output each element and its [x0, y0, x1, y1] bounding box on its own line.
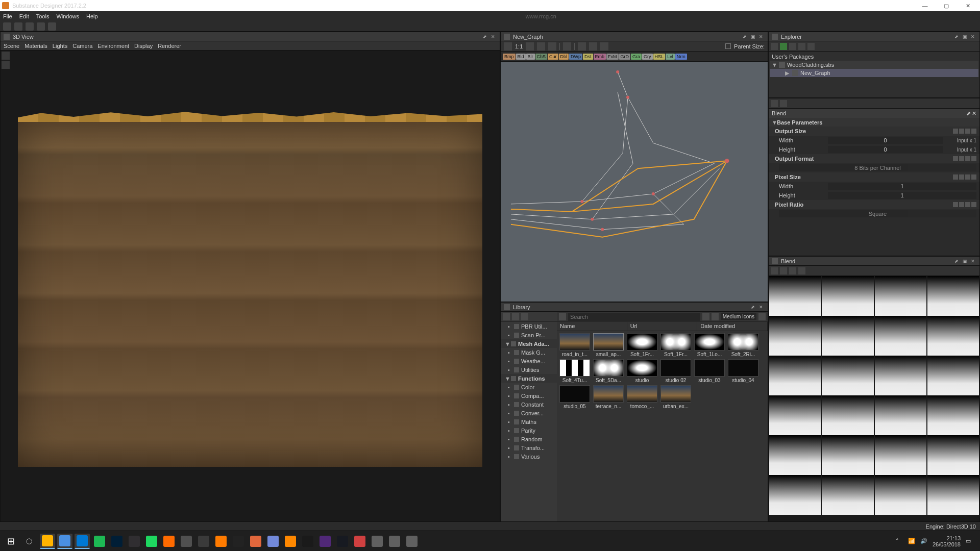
taskbar-app-app1[interactable]	[352, 534, 368, 549]
libtree-item[interactable]: ▪Color	[501, 383, 557, 391]
pill-chs[interactable]: ChS	[535, 54, 548, 60]
star-icon[interactable]	[712, 313, 719, 320]
play-icon[interactable]	[780, 43, 787, 50]
libtree-item[interactable]: ▪Maths	[501, 417, 557, 426]
library-item[interactable]: terrace_n...	[593, 385, 624, 409]
float-icon[interactable]: ⬈	[481, 33, 488, 40]
library-item[interactable]: road_in_t...	[559, 333, 591, 357]
library-item[interactable]: studio 02	[660, 359, 692, 383]
export-icon[interactable]	[48, 22, 56, 31]
snap-icon[interactable]	[537, 42, 545, 51]
minimize-button[interactable]: —	[915, 1, 935, 11]
flow-icon[interactable]	[589, 42, 597, 51]
library-item[interactable]: Soft_4Tu...	[559, 359, 591, 383]
timer-icon[interactable]	[578, 42, 586, 51]
height-slider[interactable]: 0	[828, 146, 943, 153]
pill-blr[interactable]: Blr	[526, 54, 535, 60]
libtree-item[interactable]: ▪Compa...	[501, 391, 557, 400]
tray-notif-icon[interactable]: ▭	[966, 538, 973, 545]
pill-bld[interactable]: Bld	[516, 54, 526, 60]
library-item[interactable]: Soft_2Ri...	[727, 333, 759, 357]
width-slider[interactable]: 0	[828, 137, 943, 144]
tree-btn-1[interactable]	[503, 313, 510, 320]
tray-up-icon[interactable]: ˄	[896, 538, 903, 545]
libtree-item[interactable]: ▪Mask G...	[501, 348, 557, 357]
sub-environment[interactable]: Environment	[97, 43, 129, 49]
taskbar-app-app2[interactable]	[370, 534, 385, 549]
taskbar-app-moon[interactable]	[179, 534, 194, 549]
pill-fxm[interactable]: FxM	[606, 54, 619, 60]
panel-close-icon[interactable]: ✕	[969, 33, 976, 40]
pv-btn-4[interactable]	[798, 267, 805, 274]
libtree-item[interactable]: ▪Parity	[501, 426, 557, 435]
gear-icon[interactable]	[600, 42, 608, 51]
libtree-item[interactable]: ▼Functions	[501, 374, 557, 383]
view-mode-dropdown[interactable]: Medium Icons	[721, 313, 756, 320]
2d-viewport[interactable]	[769, 276, 979, 525]
props-section-base[interactable]: ▼Base Parameters	[769, 118, 979, 127]
link-icon[interactable]	[789, 43, 796, 50]
taskbar-app-app4[interactable]	[404, 534, 420, 549]
taskbar-app-spot[interactable]	[127, 534, 142, 549]
props-pin-icon[interactable]	[771, 100, 778, 107]
tree-btn-2[interactable]	[512, 313, 519, 320]
library-item[interactable]: studio_04	[727, 359, 759, 383]
library-item[interactable]: studio_03	[694, 359, 725, 383]
open-icon[interactable]	[14, 22, 22, 31]
menu-windows[interactable]: Windows	[56, 13, 79, 19]
taskbar-app-m[interactable]	[75, 534, 90, 549]
pv-btn-3[interactable]	[789, 267, 796, 274]
taskbar-app-rec[interactable]	[300, 534, 315, 549]
libtree-item[interactable]: ▪Constant	[501, 400, 557, 409]
ps-width-slider[interactable]: 1	[828, 183, 976, 190]
library-item[interactable]: Soft_5Da...	[593, 359, 624, 383]
pill-dbl[interactable]: Dbl	[559, 54, 569, 60]
panel-close-icon[interactable]: ✕	[757, 33, 765, 40]
float-icon[interactable]: ⬈	[749, 304, 756, 311]
menu-edit[interactable]: Edit	[19, 13, 29, 19]
library-item[interactable]: studio	[626, 359, 658, 383]
taskbar-app-obs[interactable]	[109, 534, 125, 549]
taskbar-app-vlc[interactable]	[265, 534, 281, 549]
float-icon[interactable]: ⬈	[953, 258, 960, 265]
library-item[interactable]: urban_ex...	[660, 385, 692, 409]
ratio-dropdown[interactable]: Square	[779, 210, 976, 217]
taskbar-app-discord[interactable]	[248, 534, 263, 549]
format-dropdown[interactable]: 8 Bits per Channel	[779, 164, 976, 171]
sub-display[interactable]: Display	[134, 43, 153, 49]
sub-scene[interactable]: Scene	[4, 43, 19, 49]
taskbar-clock[interactable]: 21:13 26/05/2018	[933, 535, 961, 547]
graph-zoom-ratio[interactable]: 1:1	[515, 43, 523, 49]
libtree-item[interactable]: ▼Mesh Ada...	[501, 339, 557, 348]
pill-bmp[interactable]: Bmp	[503, 54, 516, 60]
search-icon[interactable]: ◯	[21, 534, 37, 549]
taskbar-app-ps[interactable]	[92, 534, 107, 549]
library-search-input[interactable]	[568, 313, 700, 321]
dock-icon[interactable]: ▣	[961, 258, 968, 265]
taskbar-app-cortana[interactable]	[40, 534, 55, 549]
new-icon[interactable]	[3, 22, 11, 31]
taskbar-app-disc[interactable]	[283, 534, 298, 549]
libtree-item[interactable]: ▪Scan Pr...	[501, 331, 557, 339]
start-button[interactable]: ⊞	[3, 534, 18, 549]
taskbar-app-blender[interactable]	[196, 534, 211, 549]
libtree-item[interactable]: ▪Weathe...	[501, 357, 557, 365]
taskbar-app-folder[interactable]	[57, 534, 72, 549]
parent-size-checkbox[interactable]	[725, 43, 731, 49]
align-icon[interactable]	[526, 42, 534, 51]
taskbar-app-unity[interactable]	[213, 534, 229, 549]
tree-btn-3[interactable]	[521, 313, 528, 320]
pill-grd[interactable]: GrD	[619, 54, 631, 60]
col-name[interactable]: Name	[557, 322, 627, 331]
sub-renderer[interactable]: Renderer	[158, 43, 181, 49]
pan-tool-icon[interactable]	[2, 61, 10, 69]
grid-icon[interactable]	[548, 42, 556, 51]
libtree-item[interactable]: ▪Random	[501, 435, 557, 443]
tray-net-icon[interactable]: 📶	[908, 538, 915, 545]
menu-tools[interactable]: Tools	[36, 13, 50, 19]
float-icon[interactable]: ⬈	[966, 110, 971, 117]
maximize-button[interactable]: ▢	[936, 1, 957, 11]
libtree-item[interactable]: ▪Transfo...	[501, 443, 557, 452]
library-item[interactable]: small_ap...	[593, 333, 624, 357]
explorer-graph-item[interactable]: ▶ New_Graph	[770, 69, 978, 77]
